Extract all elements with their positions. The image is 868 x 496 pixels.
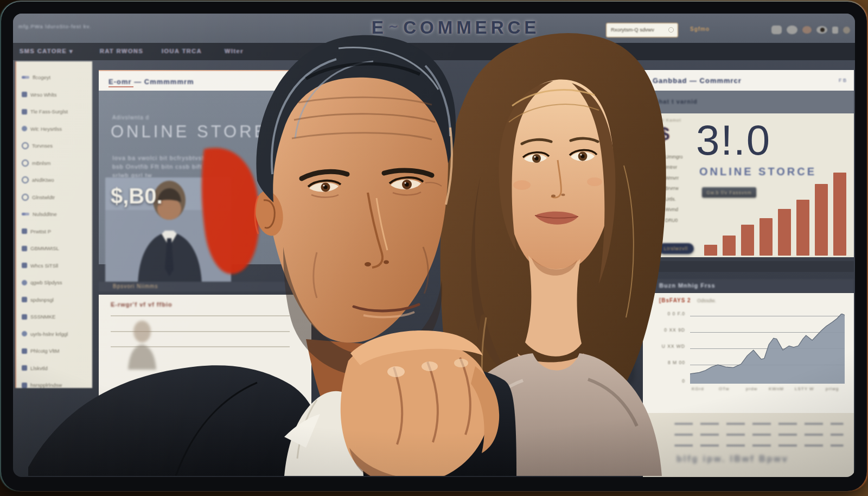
woman-nostril [551, 195, 556, 198]
eye-glint [580, 154, 582, 155]
eye-glint [323, 185, 325, 187]
knuckle-highlight [387, 366, 405, 377]
woman-nostril [561, 194, 565, 196]
eye-glint [534, 156, 535, 157]
eye-glint [405, 182, 406, 184]
desk-background: mfg.PWa lduroSto-fest kv. E∼COMMERCE Rxo… [0, 0, 868, 496]
man-nostril [365, 262, 371, 266]
woman-blush [587, 177, 602, 186]
knuckle-highlight [422, 361, 438, 371]
illustrated-figures [13, 14, 855, 476]
red-glow [202, 148, 259, 274]
price-label: $,B0. [111, 184, 163, 208]
man-nostril [384, 260, 389, 264]
man-jacket-left [28, 365, 327, 476]
knuckle-highlight [454, 359, 468, 367]
woman-blush [513, 180, 531, 190]
screen: mfg.PWa lduroSto-fest kv. E∼COMMERCE Rxo… [13, 14, 855, 477]
monitor-bezel: mfg.PWa lduroSto-fest kv. E∼COMMERCE Rxo… [1, 2, 867, 491]
